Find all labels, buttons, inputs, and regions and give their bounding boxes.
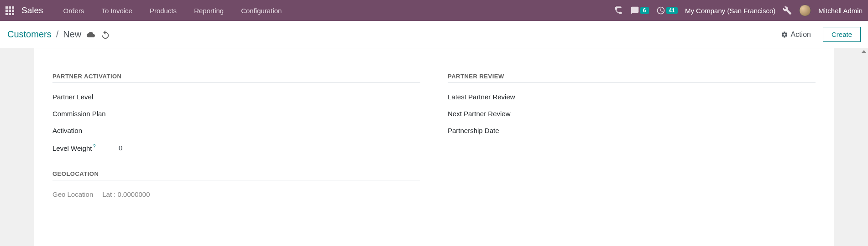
label-next-review: Next Partner Review (448, 110, 511, 118)
label-geo-location: Geo Location (52, 190, 93, 198)
field-partnership-date: Partnership Date (448, 127, 816, 134)
section-geolocation: GEOLOCATION (52, 170, 420, 180)
nav-products[interactable]: Products (143, 7, 183, 15)
label-activation: Activation (52, 127, 119, 134)
field-level-weight: Level Weight? 0 (52, 144, 420, 152)
scroll-up-arrow-icon[interactable] (862, 50, 866, 53)
nav-orders[interactable]: Orders (57, 7, 91, 15)
company-selector[interactable]: My Company (San Francisco) (685, 7, 775, 15)
topbar-right-section: 6 41 My Company (San Francisco) Mitchell… (614, 5, 863, 16)
tools-icon[interactable] (783, 6, 792, 15)
breadcrumb-separator: / (56, 29, 59, 40)
messages-icon[interactable]: 6 (630, 6, 649, 15)
label-commission-plan: Commission Plan (52, 110, 119, 118)
top-navigation-bar: Sales Orders To Invoice Products Reporti… (0, 0, 868, 21)
activities-icon[interactable]: 41 (656, 6, 678, 15)
breadcrumb-customers[interactable]: Customers (7, 29, 52, 40)
create-button[interactable]: Create (823, 27, 861, 42)
action-dropdown[interactable]: Action (775, 28, 816, 41)
value-level-weight[interactable]: 0 (119, 144, 122, 152)
user-avatar[interactable] (799, 5, 811, 16)
nav-to-invoice[interactable]: To Invoice (95, 7, 139, 15)
nav-reporting[interactable]: Reporting (188, 7, 230, 15)
section-partner-review: PARTNER REVIEW (448, 73, 816, 83)
breadcrumb-current: New (63, 29, 81, 40)
label-partner-level: Partner Level (52, 93, 119, 101)
user-name[interactable]: Mitchell Admin (818, 7, 863, 15)
field-commission-plan: Commission Plan (52, 110, 420, 118)
scrollbar[interactable] (860, 48, 868, 246)
section-partner-activation: PARTNER ACTIVATION (52, 73, 420, 83)
save-cloud-icon[interactable] (86, 31, 96, 39)
label-partnership-date: Partnership Date (448, 127, 499, 134)
left-column: PARTNER ACTIVATION Partner Level Commiss… (52, 62, 420, 198)
app-title[interactable]: Sales (21, 5, 43, 15)
field-partner-level: Partner Level (52, 93, 420, 101)
action-label: Action (791, 31, 811, 39)
value-geo-lat: Lat : 0.0000000 (102, 190, 150, 198)
right-column: PARTNER REVIEW Latest Partner Review Nex… (448, 62, 816, 198)
apps-menu-icon[interactable] (5, 6, 14, 15)
field-activation: Activation (52, 127, 420, 134)
discard-icon[interactable] (100, 30, 110, 40)
activities-badge: 41 (666, 7, 678, 14)
help-icon[interactable]: ? (93, 144, 95, 149)
content-wrapper: PARTNER ACTIVATION Partner Level Commiss… (0, 48, 868, 246)
field-geo-location: Geo Location Lat : 0.0000000 (52, 190, 420, 198)
label-latest-review: Latest Partner Review (448, 93, 515, 101)
messages-badge: 6 (640, 7, 649, 14)
gear-icon (781, 31, 788, 38)
field-latest-review: Latest Partner Review (448, 93, 816, 101)
phone-icon[interactable] (614, 6, 623, 15)
field-next-review: Next Partner Review (448, 110, 816, 118)
label-level-weight: Level Weight? (52, 144, 119, 152)
control-bar: Customers / New Action Create (0, 21, 868, 48)
form-sheet: PARTNER ACTIVATION Partner Level Commiss… (34, 48, 834, 246)
breadcrumb: Customers / New (7, 29, 110, 40)
nav-configuration[interactable]: Configuration (235, 7, 288, 15)
